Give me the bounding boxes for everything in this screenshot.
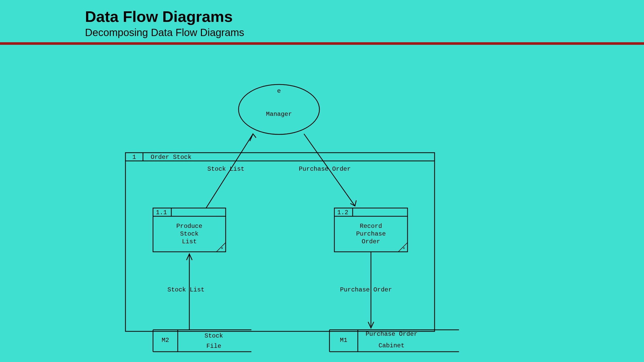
datastore-m1-line2: Cabinet [379,342,405,349]
page-subtitle: Decomposing Data Flow Diagrams [85,27,644,38]
process-1-2-line1: Record [360,223,382,230]
process-1-2-line2: Purchase [356,230,386,237]
process-1-2-marker: * [402,247,405,253]
flow-label-purchase-order-bottom: Purchase Order [340,286,392,293]
container-box [125,153,435,331]
container-title: Order Stock [151,154,191,161]
process-1-2-line3: Order [362,238,380,245]
slide-header: Data Flow Diagrams Decomposing Data Flow… [0,0,644,38]
diagram-canvas: e Manager 1 Order Stock 1.1 Produce Stoc… [0,51,644,360]
process-1-1-marker: * [221,247,224,253]
process-1-2-id: 1.2 [337,209,348,216]
process-1-1-id: 1.1 [156,209,167,216]
header-divider [0,42,644,45]
page-title: Data Flow Diagrams [85,8,644,25]
datastore-m2-line2: File [206,343,221,350]
dfd-svg: e Manager 1 Order Stock 1.1 Produce Stoc… [0,51,644,360]
process-1-1-line3: List [182,238,197,245]
datastore-m1-line1: Purchase Order [366,331,418,338]
flow-label-stock-list-bottom: Stock List [167,286,205,293]
flow-label-stock-list-top: Stock List [207,166,244,173]
process-1-1-line2: Stock [180,230,199,237]
container-id: 1 [132,154,136,161]
entity-label: Manager [266,111,292,118]
entity-id: e [277,88,281,94]
process-1-1-line1: Produce [176,223,202,230]
datastore-m1-id: M1 [340,337,348,344]
flow-label-purchase-order-top: Purchase Order [299,166,351,173]
datastore-m2-id: M2 [162,337,169,344]
datastore-m2-line1: Stock [205,332,223,339]
